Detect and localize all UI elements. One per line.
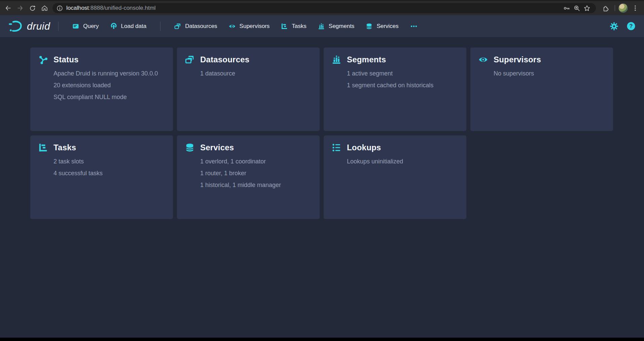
services-icon [366, 23, 372, 30]
extensions-button[interactable] [599, 2, 611, 14]
puzzle-icon [602, 5, 609, 12]
services-card[interactable]: Services 1 overlord, 1 coordinator 1 rou… [177, 135, 320, 219]
status-card[interactable]: Status Apache Druid is running version 3… [30, 48, 173, 131]
navbar-divider [160, 22, 160, 31]
nav-label: Load data [121, 23, 147, 30]
back-icon [4, 4, 12, 12]
browser-menu-button[interactable] [629, 2, 641, 14]
druid-logo[interactable]: druid [8, 20, 50, 33]
gear-icon [610, 22, 618, 31]
toolbar-divider [615, 5, 615, 11]
star-icon [583, 5, 591, 12]
segments-card[interactable]: Segments 1 active segment 1 segment cach… [324, 48, 466, 131]
lookups-card[interactable]: Lookups Lookups uninitialized [324, 135, 466, 219]
nav-item-load-data[interactable]: Load data [105, 20, 152, 32]
navbar-primary: Query Load data [67, 20, 152, 32]
zoom-page-button[interactable] [572, 3, 582, 13]
card-line: SQL compliant NULL mode [53, 91, 165, 103]
reload-icon [29, 5, 36, 12]
druid-logo-text: druid [27, 21, 50, 32]
card-line: Lookups uninitialized [347, 156, 458, 167]
supervisors-icon [229, 23, 236, 30]
forward-button[interactable] [14, 2, 26, 14]
home-view: Status Apache Druid is running version 3… [0, 37, 644, 338]
nav-label: Datasources [185, 23, 217, 30]
card-title: Lookups [347, 143, 381, 152]
datasources-icon [174, 23, 181, 30]
datasources-card[interactable]: Datasources 1 datasource [177, 48, 320, 131]
nav-item-segments[interactable]: Segments [312, 20, 360, 32]
card-line: 1 historical, 1 middle manager [200, 179, 312, 191]
nav-label: Query [83, 23, 99, 30]
card-line: 2 task slots [53, 156, 165, 167]
nav-label: Segments [329, 23, 355, 30]
nav-item-more[interactable] [404, 20, 423, 33]
nav-item-query[interactable]: Query [67, 20, 104, 32]
tasks-icon [281, 23, 288, 30]
bookmark-button[interactable] [582, 3, 592, 13]
home-icon [41, 5, 48, 12]
nav-label: Tasks [292, 23, 306, 30]
datasources-icon [185, 55, 194, 64]
settings-button[interactable] [609, 21, 619, 31]
navbar-right [609, 21, 636, 31]
url-bar[interactable]: localhost:8888/unified-console.html [52, 3, 596, 13]
help-icon [627, 22, 636, 31]
back-button[interactable] [2, 2, 14, 14]
card-line: 4 successful tasks [53, 167, 165, 179]
password-manager-button[interactable] [562, 3, 572, 13]
supervisors-icon [478, 55, 488, 64]
nav-label: Supervisors [240, 23, 270, 30]
key-icon [563, 5, 570, 12]
status-icon [38, 55, 48, 64]
url-text: localhost:8888/unified-console.html [66, 5, 156, 11]
card-title: Services [200, 143, 234, 152]
bottom-edge [0, 338, 644, 341]
nav-item-supervisors[interactable]: Supervisors [223, 20, 276, 32]
kebab-menu-icon [632, 5, 639, 11]
reload-button[interactable] [26, 2, 38, 14]
load-data-icon [110, 23, 117, 30]
druid-navbar: druid Query Load data Datasources Superv… [0, 15, 644, 37]
card-line: 20 extensions loaded [53, 80, 165, 91]
card-line: 1 overlord, 1 coordinator [200, 156, 312, 167]
card-line: 1 segment cached on historicals [347, 80, 458, 91]
services-icon [185, 143, 194, 152]
card-title: Tasks [53, 143, 76, 152]
card-title: Supervisors [494, 55, 541, 64]
home-button[interactable] [38, 2, 50, 14]
browser-actions [599, 2, 641, 14]
card-title: Status [53, 55, 79, 64]
navbar-divider [58, 22, 59, 31]
lookups-icon [332, 143, 341, 152]
card-line: No supervisors [494, 68, 605, 80]
status-card-grid: Status Apache Druid is running version 3… [30, 48, 644, 219]
query-icon [72, 23, 79, 30]
tasks-card[interactable]: Tasks 2 task slots 4 successful tasks [30, 135, 173, 219]
segments-icon [332, 55, 341, 64]
nav-item-services[interactable]: Services [360, 20, 404, 32]
more-icon [410, 23, 418, 30]
nav-item-tasks[interactable]: Tasks [275, 20, 312, 32]
card-title: Segments [347, 55, 386, 64]
tasks-icon [38, 143, 48, 152]
card-line: 1 router, 1 broker [200, 167, 312, 179]
card-line: 1 active segment [347, 68, 458, 80]
site-info-icon [57, 5, 63, 11]
nav-label: Services [377, 23, 398, 30]
supervisors-card[interactable]: Supervisors No supervisors [470, 48, 613, 131]
card-title: Datasources [200, 55, 249, 64]
help-button[interactable] [626, 21, 636, 31]
druid-logo-icon [8, 20, 24, 33]
forward-icon [16, 4, 24, 12]
browser-toolbar: localhost:8888/unified-console.html [0, 0, 644, 15]
segments-icon [318, 23, 325, 30]
magnifier-plus-icon [573, 5, 580, 12]
navbar-secondary: Datasources Supervisors Tasks Segments S… [169, 20, 423, 33]
card-line: 1 datasource [200, 68, 312, 80]
nav-item-datasources[interactable]: Datasources [169, 20, 223, 32]
card-line: Apache Druid is running version 30.0.0 [53, 68, 165, 80]
profile-avatar[interactable] [618, 3, 628, 13]
